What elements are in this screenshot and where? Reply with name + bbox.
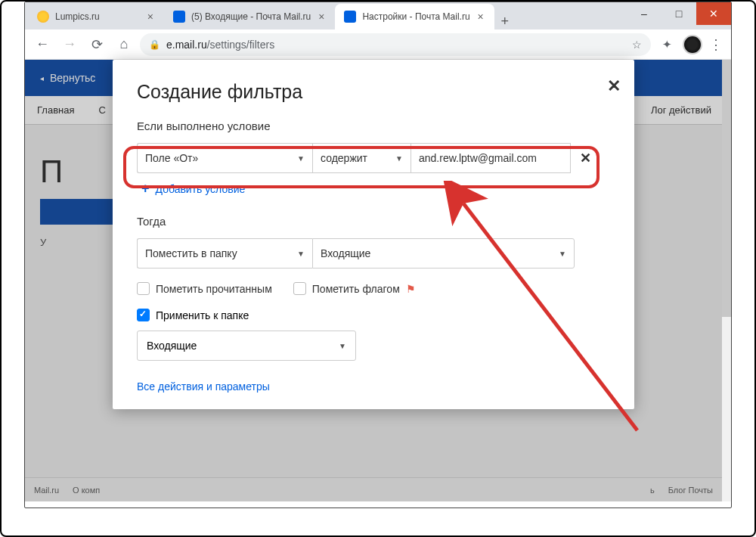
window-close-button[interactable]: ✕ (696, 2, 731, 25)
mark-flag-checkbox[interactable]: Пометить флагом ⚑ (293, 282, 416, 295)
tab-close-icon[interactable]: × (476, 11, 485, 23)
select-value: Поместить в папку (145, 247, 237, 259)
action-type-select[interactable]: Поместить в папку ▼ (137, 238, 312, 268)
window-controls: – □ ✕ (627, 2, 731, 25)
nav-forward-button[interactable]: → (58, 33, 81, 56)
apply-folder-select[interactable]: Входящие ▼ (137, 331, 356, 361)
tabstrip: Lumpics.ru × (5) Входящие - Почта Mail.r… (25, 2, 731, 29)
checkbox-box (137, 282, 150, 295)
plus-icon: + (141, 181, 150, 197)
tab-close-icon[interactable]: × (146, 11, 155, 23)
select-value: Входящие (321, 247, 370, 259)
caret-down-icon: ▼ (297, 154, 305, 163)
apply-to-folder-checkbox[interactable]: Применить к папке (137, 309, 610, 321)
condition-row: Поле «От» ▼ содержит ▼ ✕ (137, 143, 610, 173)
chrome-menu-icon[interactable]: ⋮ (707, 36, 725, 53)
remove-condition-button[interactable]: ✕ (571, 143, 600, 173)
tab-title: Lumpics.ru (55, 11, 140, 22)
condition-operator-select[interactable]: содержит ▼ (312, 143, 411, 173)
select-value: Входящие (147, 340, 197, 352)
flag-icon: ⚑ (406, 283, 416, 295)
select-value: Поле «От» (145, 152, 198, 164)
caret-down-icon: ▼ (559, 250, 566, 258)
page-scrollbar-thumb[interactable] (722, 60, 731, 317)
page-content: ◂ Вернутьс Главная С Лог действий П У Ma… (25, 60, 731, 501)
nav-back-button[interactable]: ← (31, 33, 54, 56)
condition-value-input[interactable] (411, 143, 571, 173)
window-minimize-button[interactable]: – (627, 2, 662, 25)
address-bar: ← → ⟳ ⌂ 🔒 e.mail.ru/settings/filters ☆ ✦… (25, 29, 731, 60)
action-row: Поместить в папку ▼ Входящие ▼ (137, 238, 610, 268)
url-path: /settings/filters (207, 39, 274, 51)
add-condition-link[interactable]: + Добавить условие (141, 181, 610, 197)
condition-field-select[interactable]: Поле «От» ▼ (137, 143, 312, 173)
tab-close-icon[interactable]: × (317, 11, 326, 23)
favicon-mailru (344, 11, 356, 23)
select-value: содержит (321, 152, 367, 164)
checkbox-box (293, 282, 306, 295)
browser-window: – □ ✕ Lumpics.ru × (5) Входящие - Почта … (24, 2, 732, 508)
url-host: e.mail.ru (166, 39, 207, 51)
checkbox-box (137, 309, 150, 321)
favicon-lumpics (37, 11, 49, 23)
favicon-mailru (173, 11, 185, 23)
bookmark-star-icon[interactable]: ☆ (632, 39, 642, 51)
caret-down-icon: ▼ (297, 250, 305, 258)
checkbox-label: Пометить прочитанным (156, 283, 272, 295)
add-condition-label: Добавить условие (156, 183, 246, 195)
nav-home-button[interactable]: ⌂ (113, 33, 135, 56)
profile-avatar[interactable] (683, 35, 702, 54)
action-folder-select[interactable]: Входящие ▼ (312, 238, 575, 268)
tab-lumpics[interactable]: Lumpics.ru × (28, 4, 164, 29)
tab-title: Настройки - Почта Mail.ru (362, 11, 469, 22)
then-section-label: Тогда (137, 215, 610, 228)
omnibox[interactable]: 🔒 e.mail.ru/settings/filters ☆ (140, 33, 651, 56)
new-tab-button[interactable]: + (494, 14, 516, 29)
modal-title: Создание фильтра (137, 81, 610, 103)
tab-settings[interactable]: Настройки - Почта Mail.ru × (335, 4, 494, 29)
condition-section-label: Если выполнено условие (137, 120, 610, 132)
checkbox-label: Пометить флагом (312, 283, 400, 295)
all-actions-link[interactable]: Все действия и параметры (137, 380, 610, 393)
caret-down-icon: ▼ (395, 154, 403, 163)
window-maximize-button[interactable]: □ (662, 2, 696, 25)
caret-down-icon: ▼ (339, 342, 346, 350)
tab-title: (5) Входящие - Почта Mail.ru (191, 11, 311, 22)
checkbox-row: Пометить прочитанным Пометить флагом ⚑ (137, 282, 610, 295)
nav-reload-button[interactable]: ⟳ (85, 33, 108, 56)
checkbox-label: Применить к папке (156, 309, 249, 321)
extensions-icon[interactable]: ✦ (655, 33, 678, 56)
modal-close-button[interactable]: ✕ (607, 76, 621, 96)
tab-inbox[interactable]: (5) Входящие - Почта Mail.ru × (164, 4, 335, 29)
create-filter-modal: ✕ Создание фильтра Если выполнено услови… (113, 60, 634, 409)
lock-icon: 🔒 (149, 39, 160, 50)
mark-read-checkbox[interactable]: Пометить прочитанным (137, 282, 272, 295)
